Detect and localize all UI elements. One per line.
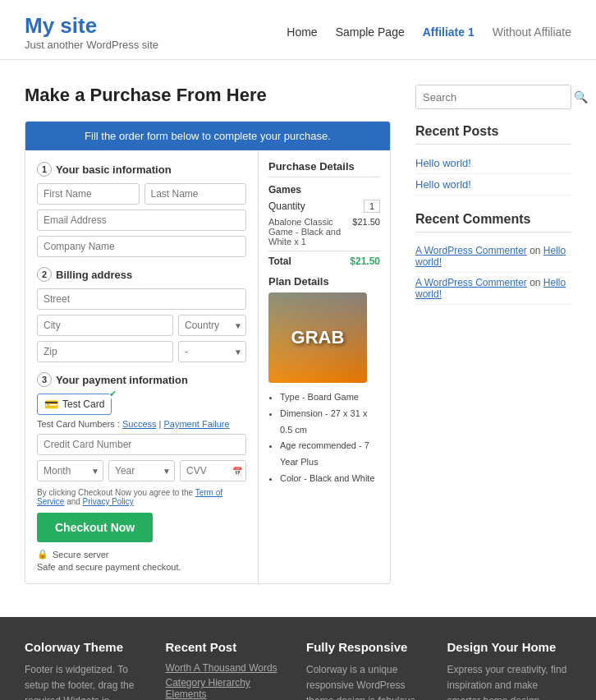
- success-link[interactable]: Success: [122, 419, 157, 429]
- comment-item-0: A WordPress Commenter on Hello world!: [415, 241, 571, 273]
- lock-icon: 🔒: [37, 549, 48, 560]
- product-price: $21.50: [352, 217, 380, 246]
- site-header: My site Just another WordPress site Home…: [0, 0, 596, 60]
- test-card-info: Test Card Numbers : Success | Payment Fa…: [37, 419, 246, 429]
- commenter-0[interactable]: A WordPress Commenter: [415, 245, 527, 256]
- footer-col-2-title: Fully Responsive: [306, 640, 431, 654]
- step1: 1 Your basic information: [37, 162, 246, 257]
- page-title: Make a Purchase From Here: [25, 85, 391, 106]
- secure-row: 🔒 Secure server: [37, 549, 246, 560]
- recent-posts-section: Recent Posts Hello world! Hello world!: [415, 124, 571, 196]
- step2-label: Billing address: [56, 269, 132, 281]
- footer-col-1-title: Recent Post: [166, 640, 291, 654]
- step2: 2 Billing address ▼: [37, 267, 246, 362]
- nav-without-affiliate[interactable]: Without Affiliate: [493, 25, 571, 39]
- site-title[interactable]: My site: [25, 13, 158, 39]
- search-input[interactable]: [416, 85, 567, 108]
- year-chevron-icon: ▼: [163, 467, 171, 476]
- zip-input[interactable]: [37, 341, 173, 362]
- comment-item-1: A WordPress Commenter on Hello world!: [415, 273, 571, 305]
- total-label: Total: [268, 256, 291, 267]
- checkout-header: Fill the order form below to complete yo…: [25, 122, 390, 150]
- safe-text: Safe and secure payment checkout.: [37, 562, 246, 572]
- footer-col-1: Recent Post Worth A Thousand Words Categ…: [166, 640, 291, 700]
- quantity-value: 1: [364, 200, 380, 213]
- checkout-button[interactable]: Checkout Now: [37, 513, 153, 542]
- footer-col-3: Design Your Home Express your creativity…: [447, 640, 572, 700]
- check-green-icon: ✔: [109, 389, 117, 399]
- nav-affiliate-1[interactable]: Affiliate 1: [423, 25, 475, 39]
- main-content: Make a Purchase From Here Fill the order…: [25, 85, 391, 584]
- company-input[interactable]: [37, 236, 246, 257]
- post-link-0[interactable]: Hello world!: [415, 153, 571, 174]
- total-row: Total $21.50: [268, 251, 380, 267]
- recent-comments-section: Recent Comments A WordPress Commenter on…: [415, 212, 571, 305]
- step3-num: 3: [37, 372, 52, 387]
- category-label: Games: [268, 184, 380, 196]
- site-branding: My site Just another WordPress site: [25, 13, 158, 51]
- product-name: Abalone Classic Game - Black and White x…: [268, 217, 349, 246]
- country-chevron-icon: ▼: [234, 321, 242, 330]
- nav-sample-page[interactable]: Sample Page: [336, 25, 405, 39]
- secure-label: Secure server: [53, 550, 108, 560]
- credit-card-input[interactable]: [37, 434, 246, 455]
- step1-num: 1: [37, 162, 52, 177]
- email-input[interactable]: [37, 210, 246, 231]
- spec-item: Age recommended - 7 Year Plus: [280, 438, 380, 471]
- quantity-label: Quantity: [268, 200, 305, 212]
- checkout-box: Fill the order form below to complete yo…: [25, 121, 391, 584]
- spec-item: Color - Black and White: [280, 471, 380, 487]
- product-row: Abalone Classic Game - Black and White x…: [268, 217, 380, 246]
- site-tagline: Just another WordPress site: [25, 39, 158, 51]
- post-link-1[interactable]: Hello world!: [415, 174, 571, 196]
- product-image: GRAB: [268, 292, 367, 383]
- footer-col-3-text: Express your creativity, find inspiratio…: [447, 662, 572, 700]
- city-input[interactable]: [37, 315, 173, 336]
- search-box: 🔍: [415, 85, 571, 109]
- spec-item: Type - Board Game: [280, 389, 380, 406]
- recent-posts-title: Recent Posts: [415, 124, 571, 145]
- step2-num: 2: [37, 267, 52, 282]
- last-name-input[interactable]: [144, 183, 247, 205]
- spec-item: Dimension - 27 x 31 x 0.5 cm: [280, 406, 380, 439]
- failure-link[interactable]: Payment Failure: [163, 419, 229, 429]
- month-chevron-icon: ▼: [91, 467, 99, 476]
- sidebar: 🔍 Recent Posts Hello world! Hello world!…: [415, 85, 571, 584]
- content-wrapper: Make a Purchase From Here Fill the order…: [0, 60, 596, 609]
- footer-main: Colorway Theme Footer is widgetized. To …: [0, 617, 596, 700]
- footer-col-2-text: Colorway is a unique responsive WordPres…: [306, 662, 431, 700]
- commenter-1[interactable]: A WordPress Commenter: [415, 277, 527, 288]
- plan-details-title: Plan Details: [268, 275, 380, 288]
- card-icon: 💳: [44, 398, 58, 411]
- quantity-row: Quantity 1: [268, 200, 380, 213]
- footer-col-3-title: Design Your Home: [447, 640, 572, 654]
- footer-col-0-text: Footer is widgetized. To setup the foote…: [25, 662, 149, 700]
- search-button[interactable]: 🔍: [567, 85, 594, 108]
- purchase-details-section: Purchase Details Games Quantity 1 Abalon…: [259, 150, 390, 583]
- footer-link-0[interactable]: Worth A Thousand Words: [166, 662, 291, 674]
- step1-label: Your basic information: [56, 163, 172, 176]
- footer-col-0: Colorway Theme Footer is widgetized. To …: [25, 640, 149, 700]
- payment-method-box[interactable]: ✔ 💳 Test Card: [37, 394, 112, 415]
- form-section: 1 Your basic information 2: [25, 150, 259, 583]
- checkout-body: 1 Your basic information 2: [25, 150, 390, 583]
- step3: 3 Your payment information ✔ 💳 Test Card…: [37, 372, 246, 572]
- street-input[interactable]: [37, 288, 246, 310]
- footer: Colorway Theme Footer is widgetized. To …: [0, 617, 596, 700]
- privacy-link[interactable]: Privacy Policy: [83, 497, 134, 506]
- footer-col-2: Fully Responsive Colorway is a unique re…: [306, 640, 431, 700]
- product-specs: Type - Board Game Dimension - 27 x 31 x …: [268, 389, 380, 487]
- agree-text: By clicking Checkout Now you agree to th…: [37, 488, 246, 506]
- footer-link-1[interactable]: Category Hierarchy Elements: [166, 677, 291, 700]
- dash-chevron-icon: ▼: [234, 348, 242, 357]
- product-img-text: GRAB: [291, 327, 345, 348]
- nav-home[interactable]: Home: [287, 25, 317, 39]
- step3-label: Your payment information: [56, 374, 188, 386]
- footer-col-0-title: Colorway Theme: [25, 640, 149, 654]
- first-name-input[interactable]: [37, 183, 140, 205]
- cvv-icon: 📅: [232, 467, 242, 476]
- recent-comments-title: Recent Comments: [415, 212, 571, 233]
- payment-method-label: Test Card: [62, 398, 104, 410]
- purchase-details-title: Purchase Details: [268, 160, 380, 177]
- main-nav: Home Sample Page Affiliate 1 Without Aff…: [287, 25, 571, 39]
